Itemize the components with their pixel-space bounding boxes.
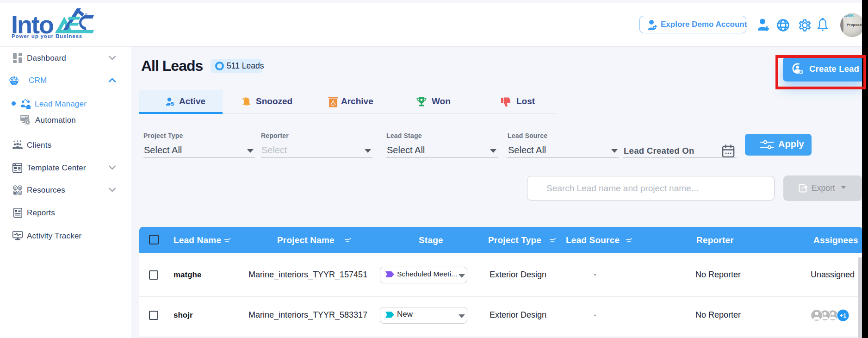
svg-text:+1: +1 bbox=[840, 313, 846, 319]
svg-text:✉: ✉ bbox=[19, 187, 21, 189]
svg-text:z: z bbox=[242, 97, 244, 100]
svg-text:⚙: ⚙ bbox=[19, 192, 21, 194]
svg-text:☎: ☎ bbox=[14, 192, 17, 194]
svg-text:@: @ bbox=[14, 187, 17, 189]
svg-text:z: z bbox=[245, 96, 246, 99]
svg-text:Power up your Business: Power up your Business bbox=[12, 33, 82, 39]
